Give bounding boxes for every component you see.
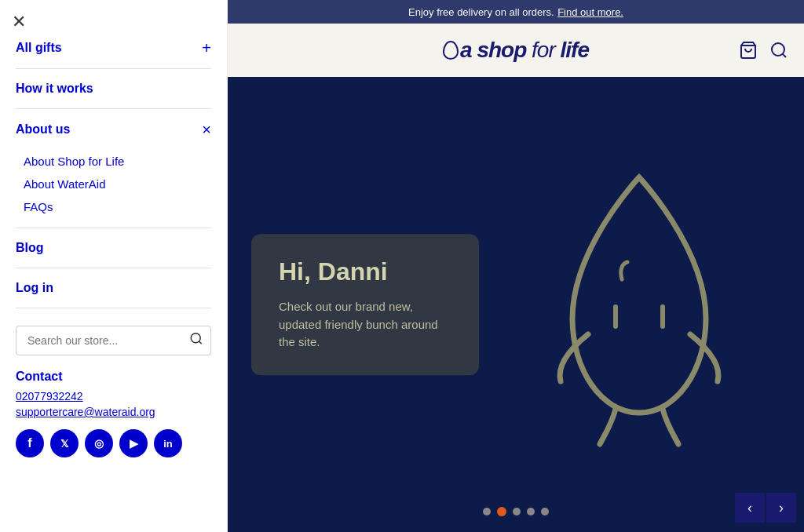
hero-greeting: Hi, Danni	[279, 257, 451, 286]
search-container	[16, 326, 211, 355]
nav-label-login[interactable]: Log in	[16, 281, 53, 295]
logo-prefix: a	[460, 38, 472, 62]
search-submit-button[interactable]	[189, 332, 203, 350]
nav-item-blog: Blog	[16, 228, 211, 268]
water-drop-mascot	[537, 154, 741, 452]
header-icons	[739, 41, 788, 60]
announcement-bar: Enjoy free delivery on all orders. Find …	[228, 0, 804, 24]
svg-point-3	[191, 333, 200, 343]
social-icons-row: f 𝕏 ◎ ▶ in	[16, 429, 211, 457]
logo-icon	[443, 41, 459, 60]
youtube-icon[interactable]: ▶	[119, 429, 148, 457]
site-logo: a shop for life	[443, 38, 589, 63]
search-icon	[769, 41, 788, 60]
nav-item-how-it-works: How it works	[16, 69, 211, 109]
announcement-link[interactable]: Find out more.	[557, 6, 623, 18]
logo-life: life	[561, 38, 589, 62]
nav-label-all-gifts[interactable]: All gifts	[16, 41, 62, 55]
submenu-item-about-wateraid[interactable]: About WaterAid	[24, 173, 211, 195]
contact-phone[interactable]: 02077932242	[16, 390, 211, 403]
submenu-item-about-shop[interactable]: About Shop for Life	[24, 150, 211, 173]
search-input[interactable]	[16, 326, 211, 355]
mascot-area	[537, 154, 741, 455]
hero-subtitle: Check out our brand new, updated friendl…	[279, 298, 451, 352]
carousel-next-button[interactable]: ›	[766, 493, 796, 523]
carousel-prev-button[interactable]: ‹	[735, 493, 765, 523]
submenu-item-faqs[interactable]: FAQs	[24, 195, 211, 218]
navigation-drawer: ✕ All gifts + How it works About us × Ab…	[0, 0, 228, 532]
nav-label-blog[interactable]: Blog	[16, 241, 44, 255]
logo-shop: shop	[477, 38, 526, 62]
sidebar-nav: All gifts + How it works About us × Abou…	[16, 27, 211, 308]
carousel-dot-2[interactable]	[497, 507, 506, 516]
carousel-dots	[483, 507, 549, 516]
nav-item-all-gifts-row[interactable]: All gifts +	[16, 27, 211, 68]
carousel-dot-5[interactable]	[541, 508, 549, 516]
nav-toggle-about-us[interactable]: ×	[202, 122, 211, 137]
facebook-icon[interactable]: f	[16, 429, 44, 457]
search-icon	[189, 332, 203, 346]
linkedin-icon[interactable]: in	[154, 429, 182, 457]
logo-for: for	[532, 38, 555, 62]
nav-item-about-us-row[interactable]: About us ×	[16, 109, 211, 150]
nav-item-blog-row[interactable]: Blog	[16, 228, 211, 268]
nav-item-all-gifts: All gifts +	[16, 27, 211, 69]
nav-item-login-row[interactable]: Log in	[16, 268, 211, 308]
nav-item-how-it-works-row[interactable]: How it works	[16, 69, 211, 108]
svg-line-4	[199, 341, 201, 344]
hero-section: Hi, Danni Check out our brand new, updat…	[228, 77, 804, 532]
contact-section: Contact 02077932242 supportercare@watera…	[16, 370, 211, 457]
svg-point-1	[772, 43, 784, 56]
about-us-submenu: About Shop for Life About WaterAid FAQs	[16, 150, 211, 228]
twitter-icon[interactable]: 𝕏	[50, 429, 79, 457]
carousel-dot-1[interactable]	[483, 508, 491, 516]
bag-icon	[739, 41, 758, 60]
nav-toggle-all-gifts[interactable]: +	[202, 40, 211, 56]
carousel-dot-3[interactable]	[513, 508, 521, 516]
site-header: a shop for life	[228, 24, 804, 77]
contact-email[interactable]: supportercare@wateraid.org	[16, 406, 211, 418]
carousel-dot-4[interactable]	[527, 508, 535, 516]
nav-item-about-us: About us × About Shop for Life About Wat…	[16, 109, 211, 228]
close-drawer-button[interactable]: ✕	[12, 12, 26, 32]
cart-button[interactable]	[739, 41, 758, 60]
svg-line-2	[783, 54, 786, 57]
hero-card: Hi, Danni Check out our brand new, updat…	[251, 234, 479, 375]
contact-label: Contact	[16, 370, 211, 384]
nav-item-login: Log in	[16, 268, 211, 308]
nav-label-about-us[interactable]: About us	[16, 122, 70, 137]
instagram-icon[interactable]: ◎	[85, 429, 113, 457]
search-button[interactable]	[769, 41, 788, 60]
announcement-text: Enjoy free delivery on all orders.	[408, 6, 554, 18]
nav-label-how-it-works[interactable]: How it works	[16, 82, 93, 96]
